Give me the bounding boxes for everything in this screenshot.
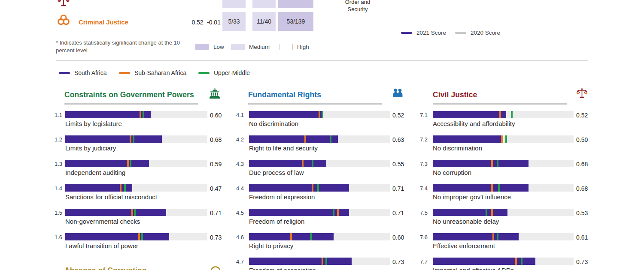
indicator-label: Sanctions for official misconduct bbox=[65, 193, 157, 201]
indicator-bar bbox=[65, 135, 207, 143]
score-2021-dash bbox=[401, 32, 412, 34]
indicator-score: 0.55 bbox=[392, 161, 404, 168]
indicator-score: 0.61 bbox=[576, 234, 588, 241]
people-icon bbox=[392, 87, 404, 101]
sub-saharan-africa-marker bbox=[501, 135, 503, 143]
indicator-score: 0.71 bbox=[392, 185, 404, 192]
indicator-bar bbox=[433, 111, 574, 118]
sub-saharan-africa-marker bbox=[319, 111, 320, 118]
indicator-score: 0.73 bbox=[576, 258, 588, 265]
indicator-id: 4.4 bbox=[236, 185, 244, 192]
fundamental-rights-bars: 4.10.52No discrimination4.20.63Right to … bbox=[236, 107, 408, 270]
indicator-bar bbox=[433, 209, 574, 216]
indicator-score: 0.47 bbox=[210, 185, 222, 192]
radar-axis-label-line2: Security bbox=[338, 6, 377, 13]
indicator-row: 7.40.68No improper gov't influence bbox=[420, 184, 592, 209]
indicator-id: 7.1 bbox=[420, 112, 428, 118]
indicator-label: Freedom of association bbox=[249, 267, 316, 270]
indicator-label: Lawful transition of power bbox=[65, 242, 138, 249]
indicator-row: 7.60.61Effective enforcement bbox=[420, 233, 592, 258]
indicator-score: 0.71 bbox=[210, 210, 222, 216]
indicator-id: 1.5 bbox=[55, 210, 62, 216]
factor-change: -0.01 bbox=[205, 19, 223, 26]
indicator-id: 7.4 bbox=[420, 185, 428, 192]
constraints-bars: 1.10.60Limits by legislature1.20.68Limit… bbox=[55, 107, 226, 270]
score-legend-2020: 2020 Score bbox=[455, 30, 500, 36]
score-2021-label: 2021 Score bbox=[416, 30, 446, 36]
indicator-row: 1.30.59Independent auditing bbox=[55, 160, 226, 184]
indicator-score: 0.52 bbox=[392, 112, 404, 119]
indicator-score: 0.68 bbox=[576, 185, 588, 192]
south-africa-bar-fill bbox=[65, 135, 162, 143]
medium-label: Medium bbox=[249, 44, 270, 50]
indicator-row: 7.20.50No discrimination bbox=[420, 135, 592, 160]
indicator-label: Independent auditing bbox=[65, 169, 125, 176]
indicator-label: No discrimination bbox=[433, 144, 482, 152]
factor-score: 0.52 bbox=[189, 19, 206, 26]
rank-cell bbox=[278, 0, 313, 8]
factor-name: Criminal Justice bbox=[79, 18, 128, 26]
indicator-bar bbox=[433, 160, 574, 167]
indicator-row: 1.40.47Sanctions for official misconduct bbox=[55, 184, 226, 209]
upper-middle-marker bbox=[498, 184, 500, 192]
high-swatch bbox=[279, 44, 293, 50]
shade-legend-low: Low bbox=[195, 44, 224, 50]
high-label: High bbox=[297, 44, 309, 50]
upper-middle-marker bbox=[511, 111, 513, 118]
radar-axis-label-line1: Order and bbox=[338, 0, 377, 6]
income-rank-cell: 11/40 bbox=[252, 12, 276, 31]
upper-middle-marker bbox=[312, 160, 313, 167]
upper-middle-marker bbox=[330, 135, 331, 143]
indicator-id: 7.5 bbox=[420, 210, 428, 216]
indicator-score: 0.73 bbox=[392, 258, 404, 265]
sub-saharan-legend-dash bbox=[119, 72, 130, 74]
south-africa-bar-fill bbox=[433, 258, 535, 265]
indicator-bar bbox=[249, 233, 390, 240]
indicator-id: 7.7 bbox=[420, 258, 428, 265]
indicator-row: 4.40.71Freedom of expression bbox=[236, 184, 408, 209]
sub-saharan-africa-marker bbox=[337, 209, 339, 216]
sub-saharan-africa-marker bbox=[499, 111, 501, 118]
country-insights-page: Criminal Justice 0.52 -0.01 5/33 11/40 5… bbox=[0, 0, 644, 270]
south-africa-legend-dash bbox=[59, 72, 70, 74]
south-africa-bar-fill bbox=[249, 135, 338, 143]
indicator-label: Freedom of religion bbox=[249, 218, 304, 225]
indicator-row: 4.20.63Right to life and security bbox=[236, 135, 408, 160]
indicator-bar bbox=[65, 160, 207, 167]
indicator-bar bbox=[249, 258, 390, 265]
indicator-label: No discrimination bbox=[249, 120, 298, 127]
indicator-label: Impartial and effective ADRs bbox=[433, 267, 514, 270]
upper-middle-marker bbox=[325, 258, 327, 265]
indicator-label: Freedom of expression bbox=[249, 193, 315, 201]
medium-swatch bbox=[231, 44, 245, 50]
upper-middle-legend-label: Upper-Middle bbox=[214, 69, 250, 76]
indicator-score: 0.60 bbox=[392, 234, 404, 241]
handcuffs-icon bbox=[57, 14, 70, 28]
upper-middle-marker bbox=[505, 135, 507, 143]
south-africa-bar-fill bbox=[65, 209, 166, 216]
indicator-row: 7.50.53No unreasonable delay bbox=[420, 209, 592, 233]
legend-upper-middle: Upper-Middle bbox=[198, 69, 250, 76]
indicator-label: No improper gov't influence bbox=[433, 193, 511, 201]
sub-saharan-africa-marker bbox=[491, 209, 493, 216]
indicator-id: 1.4 bbox=[55, 185, 62, 192]
indicator-label: Non-governmental checks bbox=[65, 218, 140, 225]
sub-saharan-africa-marker bbox=[322, 258, 323, 265]
indicator-bar bbox=[65, 184, 207, 192]
sub-saharan-africa-marker bbox=[290, 233, 292, 240]
shade-legend-medium: Medium bbox=[231, 44, 270, 50]
upper-middle-marker bbox=[486, 209, 487, 216]
score-2020-label: 2020 Score bbox=[471, 30, 500, 36]
upper-middle-marker bbox=[317, 184, 319, 192]
indicator-bar bbox=[433, 258, 574, 265]
indicator-row: 7.10.52Accessibility and affordability bbox=[420, 111, 592, 135]
section-title-fundamental-rights: Fundamental Rights bbox=[248, 90, 321, 99]
legend-south-africa: South Africa bbox=[59, 69, 107, 76]
indicator-id: 4.3 bbox=[236, 161, 244, 167]
sub-saharan-africa-marker bbox=[302, 160, 304, 167]
sub-saharan-legend-label: Sub-Saharan Africa bbox=[134, 69, 186, 76]
indicator-id: 4.7 bbox=[236, 258, 244, 265]
indicator-bar bbox=[433, 233, 574, 240]
sub-saharan-africa-marker bbox=[492, 233, 494, 240]
indicator-label: Limits by legislature bbox=[65, 120, 122, 127]
